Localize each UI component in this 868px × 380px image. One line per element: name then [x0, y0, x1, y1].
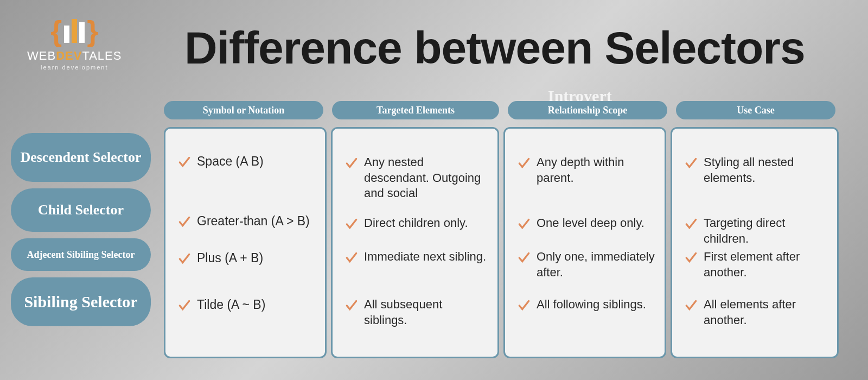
cell-text: Any nested descendant. Outgoing and soci… — [364, 155, 488, 201]
cell-text: One level deep only. — [537, 216, 644, 231]
row-label-child: Child Selector — [11, 188, 151, 232]
check-icon — [177, 251, 192, 265]
cell-targeted-adjacent: Immediate next sibling. — [344, 249, 488, 265]
row-label-adjacent-sibling: Adjecent Sibiling Selector — [11, 238, 151, 271]
panel-usecase: Styling all nested elements. Targeting d… — [671, 127, 839, 358]
cell-text: All elements after another. — [704, 297, 827, 328]
cell-scope-adjacent: Only one, immediately after. — [517, 249, 655, 280]
cell-symbol-adjacent: Plus (A + B) — [177, 250, 315, 267]
row-label-descendent: Descendent Selector — [11, 133, 151, 182]
cell-symbol-child: Greater-than (A > B) — [177, 213, 315, 230]
cell-symbol-descendent: Space (A B) — [177, 154, 315, 170]
check-icon — [517, 298, 531, 312]
cell-text: Styling all nested elements. — [704, 155, 827, 186]
cell-scope-child: One level deep only. — [517, 216, 655, 231]
check-icon — [344, 298, 359, 312]
cell-text: First element after another. — [704, 249, 827, 280]
brand-logo: { } WEBDEVTALES learn development — [27, 16, 122, 71]
col-header-scope: Relationship Scope — [508, 101, 667, 119]
logo-mark: { } — [27, 16, 122, 46]
cell-text: Direct children only. — [364, 216, 468, 231]
logo-text: WEBDEVTALES — [27, 49, 122, 63]
check-icon — [177, 214, 192, 229]
cell-symbol-sibling: Tilde (A ~ B) — [177, 297, 315, 313]
check-icon — [177, 155, 192, 169]
cell-targeted-descendent: Any nested descendant. Outgoing and soci… — [344, 155, 488, 201]
check-icon — [344, 217, 359, 231]
check-icon — [344, 156, 359, 170]
panel-scope: Any depth within parent. One level deep … — [503, 127, 666, 358]
cell-usecase-sibling: All elements after another. — [684, 297, 827, 328]
comparison-panels: Space (A B) Greater-than (A > B) Plus (A… — [164, 127, 839, 358]
logo-subtext: learn development — [27, 64, 122, 71]
col-header-usecase: Use Case — [676, 101, 835, 119]
column-headers: Symbol or Notation Targeted Elements Rel… — [164, 101, 835, 119]
cell-text: Greater-than (A > B) — [197, 213, 310, 230]
check-icon — [684, 298, 698, 312]
cell-text: All subsequent siblings. — [364, 297, 488, 328]
cell-scope-descendent: Any depth within parent. — [517, 155, 655, 186]
cell-usecase-child: Targeting direct children. — [684, 216, 827, 246]
cell-targeted-sibling: All subsequent siblings. — [344, 297, 488, 328]
panel-symbol: Space (A B) Greater-than (A > B) Plus (A… — [164, 127, 327, 358]
check-icon — [684, 156, 698, 170]
cell-text: Tilde (A ~ B) — [197, 297, 265, 313]
cell-usecase-descendent: Styling all nested elements. — [684, 155, 827, 186]
cell-text: Only one, immediately after. — [537, 249, 655, 280]
brace-left-icon: { — [50, 16, 62, 46]
cell-usecase-adjacent: First element after another. — [684, 249, 827, 280]
cell-targeted-child: Direct children only. — [344, 216, 488, 231]
cell-text: Any depth within parent. — [537, 155, 655, 186]
cell-text: Targeting direct children. — [704, 216, 827, 246]
cell-scope-sibling: All following siblings. — [517, 297, 655, 313]
check-icon — [517, 156, 531, 170]
check-icon — [517, 250, 531, 264]
col-header-symbol: Symbol or Notation — [164, 101, 323, 119]
check-icon — [177, 298, 192, 312]
cell-text: Space (A B) — [197, 154, 264, 170]
cell-text: Plus (A + B) — [197, 250, 263, 267]
row-label-sibling: Sibiling Selector — [11, 277, 151, 326]
cell-text: Immediate next sibling. — [364, 249, 486, 265]
check-icon — [684, 217, 698, 231]
check-icon — [344, 250, 359, 264]
col-header-targeted: Targeted Elements — [332, 101, 499, 119]
check-icon — [684, 250, 698, 264]
cell-text: All following siblings. — [537, 297, 646, 313]
row-labels: Descendent Selector Child Selector Adjec… — [11, 133, 151, 326]
page-title: Difference between Selectors — [184, 22, 805, 74]
bars-icon — [64, 19, 85, 43]
panel-targeted: Any nested descendant. Outgoing and soci… — [331, 127, 499, 358]
brace-right-icon: } — [87, 16, 98, 46]
check-icon — [517, 217, 531, 231]
